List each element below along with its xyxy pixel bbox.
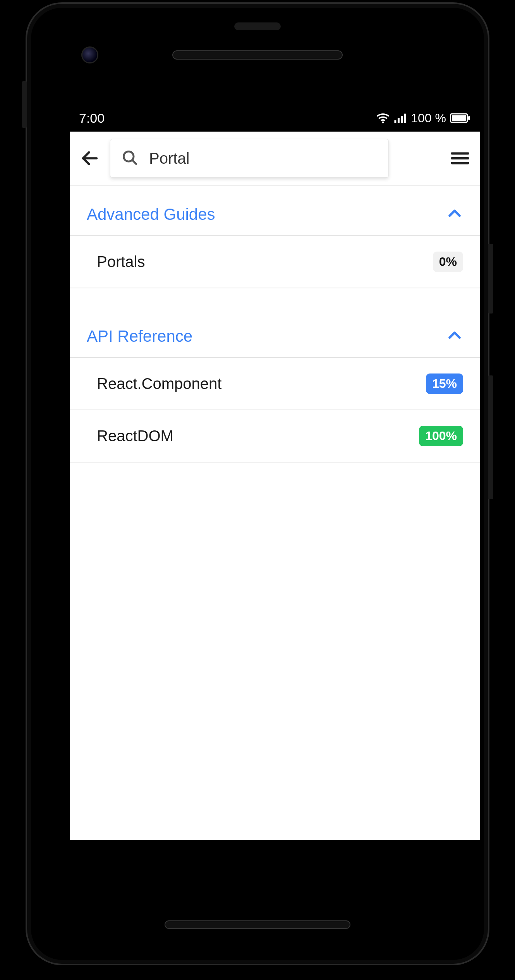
list-item-label: React.Component: [97, 375, 221, 392]
status-bar: 7:00: [70, 105, 480, 132]
chevron-up-icon: [446, 205, 463, 224]
status-right: 100 %: [376, 111, 471, 125]
phone-frame: 7:00: [27, 4, 488, 964]
search-icon: [121, 149, 138, 168]
hamburger-icon: [450, 151, 470, 166]
app-bar: [70, 132, 480, 186]
app-content: Advanced Guides Portals 0% API Reference: [70, 132, 480, 840]
status-time: 7:00: [79, 111, 105, 126]
arrow-left-icon: [80, 148, 100, 168]
section-header-advanced-guides[interactable]: Advanced Guides: [70, 186, 480, 236]
results-list: Advanced Guides Portals 0% API Reference: [70, 186, 480, 463]
list-item-label: Portals: [97, 253, 145, 271]
svg-rect-7: [468, 116, 470, 120]
back-button[interactable]: [77, 146, 102, 171]
cellular-icon: [394, 112, 407, 124]
list-item-react-component[interactable]: React.Component 15%: [70, 358, 480, 410]
phone-screen: 7:00: [70, 105, 480, 840]
section-title: Advanced Guides: [87, 205, 215, 224]
menu-button[interactable]: [448, 146, 472, 171]
progress-badge: 100%: [419, 426, 463, 446]
section-title: API Reference: [87, 327, 192, 346]
svg-line-10: [132, 160, 136, 164]
battery-icon: [450, 113, 471, 123]
phone-side-button-left: [22, 81, 27, 128]
battery-text: 100 %: [411, 111, 446, 125]
section-gap: [70, 288, 480, 308]
list-item-label: ReactDOM: [97, 427, 173, 445]
phone-side-button-volume-up: [488, 244, 493, 314]
search-input[interactable]: [149, 150, 378, 167]
progress-badge: 0%: [433, 252, 463, 272]
section-header-api-reference[interactable]: API Reference: [70, 308, 480, 358]
svg-rect-1: [395, 120, 397, 123]
phone-camera: [81, 46, 98, 63]
list-item-reactdom[interactable]: ReactDOM 100%: [70, 410, 480, 463]
search-box[interactable]: [110, 139, 389, 178]
chevron-up-icon: [446, 327, 463, 346]
svg-rect-6: [452, 115, 466, 121]
svg-point-0: [382, 122, 384, 123]
phone-notch: [234, 22, 281, 30]
svg-rect-3: [401, 116, 403, 123]
phone-speaker-top: [172, 50, 343, 60]
phone-speaker-bottom: [165, 920, 350, 929]
svg-rect-2: [398, 118, 400, 123]
list-item-portals[interactable]: Portals 0%: [70, 236, 480, 288]
progress-badge: 15%: [426, 373, 463, 394]
svg-rect-4: [404, 114, 406, 123]
wifi-icon: [376, 112, 390, 124]
phone-side-button-volume-down: [488, 375, 493, 499]
